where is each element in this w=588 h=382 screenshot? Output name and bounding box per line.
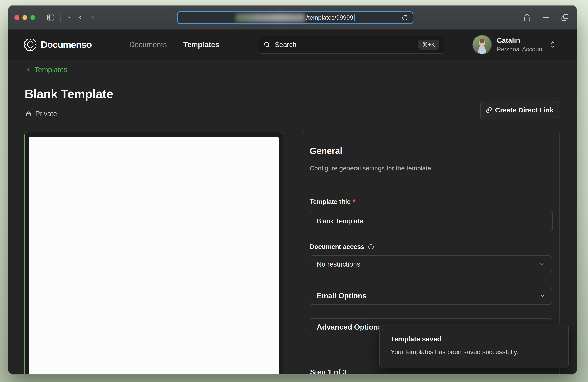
visibility-label: Private [35,110,57,118]
chevron-down-icon [539,292,546,299]
tab-overview-icon[interactable] [561,13,569,22]
document-preview-inner [25,132,283,374]
sidebar-toggle-icon[interactable] [46,13,55,22]
breadcrumb-label: Templates [35,66,67,74]
minimize-window-button[interactable] [22,15,27,20]
email-options-accordion[interactable]: Email Options [310,287,552,305]
account-name: Catalin [497,36,544,45]
link-icon [486,107,492,113]
forward-button-icon[interactable] [89,14,96,21]
create-direct-link-button[interactable]: Create Direct Link [480,101,559,119]
page-title: Blank Template [24,87,113,101]
toast-notification: Template saved Your templates has been s… [379,324,568,368]
create-direct-link-label: Create Direct Link [495,106,553,114]
back-button-icon[interactable] [77,14,84,21]
email-options-label: Email Options [317,292,366,300]
account-menu-button[interactable]: Catalin Personal Account [472,35,556,54]
new-tab-icon[interactable] [542,14,550,21]
pdf-page-blank [29,137,278,374]
chevrons-up-down-icon [550,40,556,49]
browser-window: /templates/99999 [8,6,577,374]
template-title-label: Template title * [310,198,552,206]
url-redacted-blur [236,13,305,22]
chevron-left-icon [25,67,31,73]
advanced-options-label: Advanced Options [317,323,382,331]
close-window-button[interactable] [14,15,20,20]
template-title-label-text: Template title [310,198,351,206]
search-placeholder: Search [275,41,296,48]
reload-icon[interactable] [402,14,408,21]
url-text: /templates/99999 [306,14,353,21]
toast-message: Your templates has been saved successful… [391,348,557,356]
toolbar-divider [60,13,61,22]
info-icon[interactable] [368,244,374,250]
lock-icon [25,111,32,117]
toolbar-right-icons [523,6,569,29]
browser-toolbar: /templates/99999 [8,6,577,30]
address-bar[interactable]: /templates/99999 [178,12,413,23]
toast-title: Template saved [391,335,557,343]
visibility-status: Private [25,110,57,118]
step-indicator: Step 1 of 3 [310,368,346,374]
settings-divider [310,181,552,181]
account-type: Personal Account [497,46,544,53]
required-asterisk: * [353,198,356,206]
document-access-label: Document access [310,243,552,250]
document-access-value: No restrictions [317,260,360,268]
chevron-down-icon[interactable] [66,15,71,20]
app-header: Documenso Documents Templates Search ⌘+K… [8,30,577,60]
settings-heading: General [310,146,552,156]
template-title-input[interactable] [310,211,553,231]
nav-documents[interactable]: Documents [129,30,167,59]
toolbar-left-icons [46,6,96,29]
traffic-lights [14,6,35,29]
avatar [472,35,492,54]
chevron-down-icon [539,261,546,267]
brand-wordmark: Documenso [41,39,92,50]
search-shortcut-badge: ⌘+K [418,39,439,50]
document-access-select[interactable]: No restrictions [310,255,552,273]
breadcrumb-templates[interactable]: Templates [25,66,67,74]
search-input[interactable]: Search ⌘+K [258,36,444,54]
search-icon [264,41,271,48]
document-access-label-text: Document access [310,243,364,250]
documenso-logo-icon [24,38,36,51]
document-preview-card [24,132,283,374]
settings-description: Configure general settings for the templ… [310,165,552,172]
text-caret [354,14,355,21]
account-text: Catalin Personal Account [497,36,544,53]
page-content: Templates Blank Template Private [8,60,577,374]
zoom-window-button[interactable] [30,15,35,20]
nav-templates[interactable]: Templates [183,30,219,59]
documenso-brand[interactable]: Documenso [24,30,92,59]
share-icon[interactable] [523,13,531,22]
desktop-background: /templates/99999 [0,0,588,382]
